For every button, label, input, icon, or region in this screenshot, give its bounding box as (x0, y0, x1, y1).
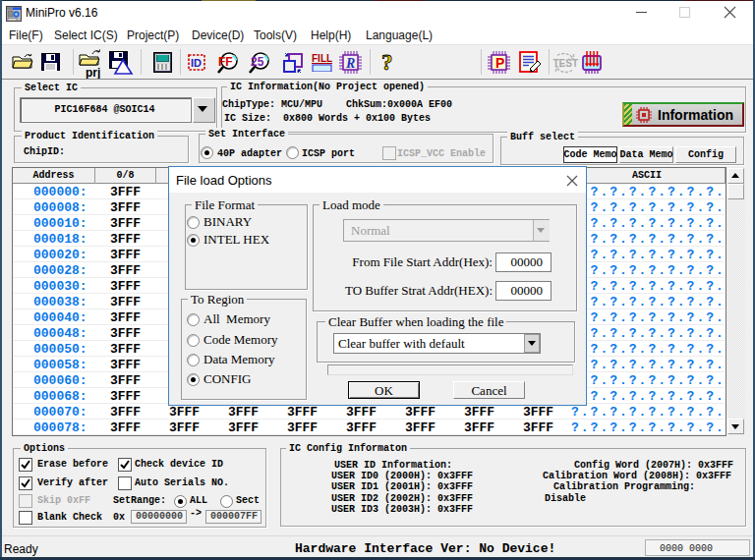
svg-text:R: R (345, 56, 355, 71)
svg-text:ID: ID (191, 57, 202, 69)
svg-text:TEST: TEST (553, 58, 579, 69)
svg-text:P: P (495, 55, 504, 71)
svg-text:25: 25 (251, 55, 264, 69)
svg-text:?: ? (381, 51, 393, 74)
svg-text:FILL: FILL (312, 53, 332, 64)
svg-text:prj: prj (86, 66, 100, 79)
svg-text:FF: FF (218, 55, 233, 69)
